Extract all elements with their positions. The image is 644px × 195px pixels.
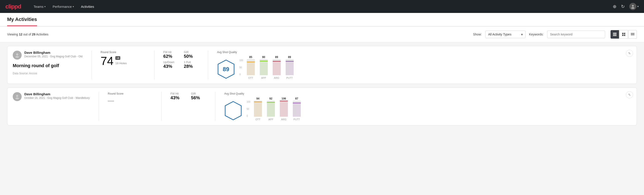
bar-fill-ott <box>247 62 255 75</box>
bar-xlabel-arg: ARG <box>274 76 280 79</box>
svg-point-14 <box>16 56 19 58</box>
bar-marker-ott <box>247 62 255 62</box>
bar-xlabel-putt: PUTT <box>294 118 300 121</box>
bar-group-putt: 87 PUTT <box>291 97 302 121</box>
nav-teams[interactable]: Teams ▾ <box>34 5 46 8</box>
card-user-row-1: Dave Billingham October 16, 2021 · Gog M… <box>13 92 90 101</box>
bar-value-ott: 85 <box>249 56 252 59</box>
bar-group-ott: 85 OTT <box>245 56 256 79</box>
logo: clippd <box>5 3 21 10</box>
bar-value-arg: 89 <box>275 56 278 59</box>
nav-activities[interactable]: Activities <box>81 5 94 8</box>
svg-point-17 <box>16 98 19 99</box>
divider-2-1 <box>161 92 162 121</box>
bar-value-app: 92 <box>269 97 272 100</box>
view-toggle-list-compact[interactable] <box>628 30 637 38</box>
divider-3-0 <box>208 51 208 79</box>
view-toggle-group <box>610 30 637 38</box>
bar-chart-0: 100500 85 OTT 90 <box>240 56 296 79</box>
nav-performance[interactable]: Performance ▾ <box>53 5 74 8</box>
updown-stat-0: Up/Down 43% <box>163 61 178 69</box>
bar-marker-putt <box>293 103 301 103</box>
card-title-0: Morning round of golf <box>13 63 82 68</box>
fw-hit-label-0: FW Hit <box>163 51 178 54</box>
bar-groups-1: 94 OTT 92 APP 106 <box>252 97 302 121</box>
round-score-label-0: Round Score <box>101 51 145 54</box>
hexagon-wrapper-1 <box>224 100 242 121</box>
score-badge: +4 <box>115 56 120 60</box>
keyword-input[interactable] <box>547 30 605 38</box>
bar-value-app: 90 <box>262 56 265 59</box>
bar-value-putt: 87 <box>295 97 298 100</box>
divider-2-0 <box>154 51 154 79</box>
keywords-label: Keywords: <box>529 32 544 36</box>
avatar-button[interactable]: ▾ <box>629 3 639 10</box>
gir-value-1: 56% <box>191 95 206 100</box>
bar-xlabel-app: APP <box>261 76 266 79</box>
fw-hit-label-1: FW Hit <box>170 92 186 95</box>
avg-quality-section-1: Avg Shot Quality <box>224 92 631 121</box>
avg-quality-wrapper-1: Avg Shot Quality <box>224 92 302 121</box>
svg-rect-7 <box>622 34 624 36</box>
fw-hit-stat-1: FW Hit 43% <box>170 92 186 100</box>
round-score-row: 74 +4 18 Holes <box>101 55 145 67</box>
chart-y-labels-0: 100500 <box>240 59 243 79</box>
gir-stat-1: GIR 56% <box>191 92 206 100</box>
svg-rect-3 <box>613 34 616 35</box>
activity-card-1: ✎ Dave Billingham October 16, 2021 · Gog… <box>7 88 637 126</box>
edit-button-1[interactable]: ✎ <box>626 91 633 98</box>
card-left-0: Dave Billingham December 05, 2021 · Gog … <box>13 51 82 75</box>
bar-fill-arg <box>280 100 288 117</box>
bar-marker-app <box>260 61 268 61</box>
bar-marker-app <box>267 102 275 103</box>
divider-3-1 <box>215 92 215 121</box>
user-name-0: Dave Billingham <box>24 51 82 54</box>
bar-fill-putt <box>286 61 294 75</box>
oneputt-stat-0: 1 Putt 28% <box>184 61 199 69</box>
updown-label-0: Up/Down <box>163 61 178 64</box>
gir-stat-0: GIR 50% <box>184 51 199 59</box>
navbar: clippd Teams ▾ Performance ▾ Activities … <box>0 0 644 13</box>
view-toggle-list-dense[interactable] <box>610 30 619 38</box>
svg-rect-9 <box>631 33 634 34</box>
bar-value-putt: 89 <box>288 56 291 59</box>
holes-text: 18 Holes <box>115 62 127 65</box>
svg-point-1 <box>631 7 634 9</box>
card-source-0: Data Source: Arccos <box>13 72 82 75</box>
svg-rect-4 <box>613 35 616 36</box>
bar-value-ott: 94 <box>256 97 259 100</box>
page-title: My Activities <box>7 16 37 26</box>
svg-marker-18 <box>225 102 241 120</box>
avg-quality-section-0: Avg Shot Quality 89 <box>217 51 631 79</box>
bar-value-arg: 106 <box>282 97 286 100</box>
hexagon-wrapper-0: 89 <box>217 59 235 79</box>
avg-quality-label-1: Avg Shot Quality <box>224 92 302 95</box>
bar-outer-arg <box>280 100 288 117</box>
round-score-placeholder: — <box>108 97 152 104</box>
bar-group-app: 92 APP <box>265 97 277 121</box>
activity-type-select-wrapper[interactable]: All Activity Types Rounds Practice <box>485 30 526 38</box>
bar-group-arg: 89 ARG <box>271 56 282 79</box>
avatar-chevron-icon: ▾ <box>637 5 639 8</box>
user-date-1: October 16, 2021 · Gog Magog Golf Club -… <box>24 96 90 100</box>
bar-marker-arg <box>273 61 281 62</box>
updown-value-0: 43% <box>163 64 178 69</box>
card-stats-0: Round Score 74 +4 18 Holes <box>101 51 145 67</box>
activity-type-select[interactable]: All Activity Types Rounds Practice <box>485 30 526 38</box>
bar-group-arg: 106 ARG <box>278 97 290 121</box>
shot-stats-1: FW Hit 43% GIR 56% <box>170 92 206 100</box>
bar-outer-ott <box>254 100 262 117</box>
card-user-row-0: Dave Billingham December 05, 2021 · Gog … <box>13 51 82 60</box>
view-toggle-grid[interactable] <box>620 30 628 38</box>
edit-button-0[interactable]: ✎ <box>626 50 633 57</box>
bar-outer-putt <box>286 59 294 75</box>
gir-label-1: GIR <box>191 92 206 95</box>
svg-rect-6 <box>624 33 625 34</box>
refresh-icon[interactable]: ↻ <box>621 4 625 9</box>
bar-marker-putt <box>286 61 294 62</box>
bar-xlabel-putt: PUTT <box>286 76 293 79</box>
bar-fill-app <box>267 102 275 117</box>
svg-rect-2 <box>613 33 616 34</box>
add-icon[interactable]: ⊕ <box>613 4 616 9</box>
round-score-number: 74 <box>101 55 114 67</box>
